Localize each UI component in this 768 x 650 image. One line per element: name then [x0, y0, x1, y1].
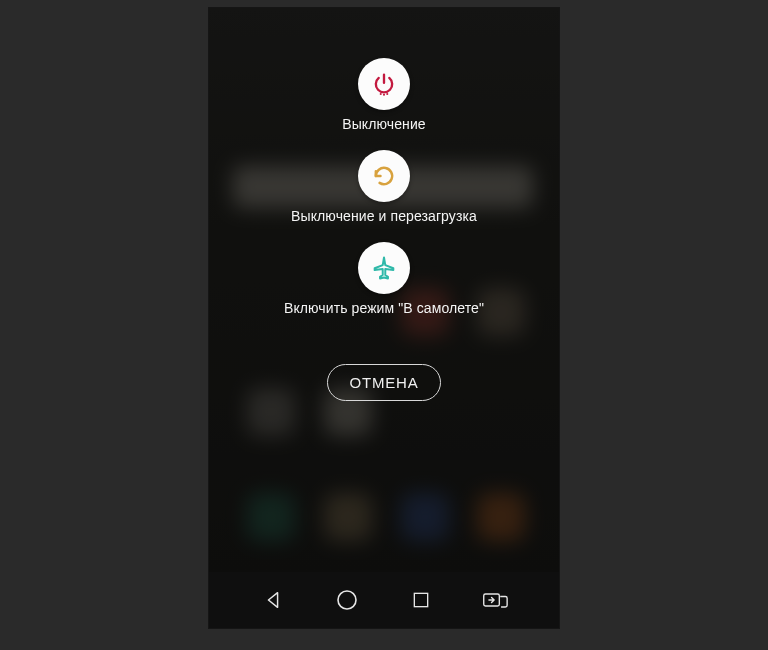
airplane-mode-label: Включить режим "В самолете": [284, 300, 484, 316]
nav-home-button[interactable]: [334, 587, 360, 613]
nav-back-button[interactable]: [260, 587, 286, 613]
svg-point-2: [386, 93, 388, 95]
back-icon: [262, 589, 284, 611]
svg-point-0: [380, 93, 382, 95]
power-off-option[interactable]: Выключение: [342, 58, 425, 132]
nav-recent-button[interactable]: [408, 587, 434, 613]
airplane-icon: [358, 242, 410, 294]
svg-point-1: [383, 94, 385, 96]
phone-screen: Выключение Выключение и перезагрузка: [209, 8, 559, 628]
power-off-label: Выключение: [342, 116, 425, 132]
power-menu-overlay: Выключение Выключение и перезагрузка: [209, 8, 559, 628]
page-background: Выключение Выключение и перезагрузка: [0, 0, 768, 650]
home-icon: [335, 588, 359, 612]
cancel-button[interactable]: ОТМЕНА: [327, 364, 442, 401]
power-menu-options: Выключение Выключение и перезагрузка: [209, 58, 559, 316]
svg-rect-4: [414, 593, 427, 606]
restart-label: Выключение и перезагрузка: [291, 208, 477, 224]
nav-dual-window-button[interactable]: [482, 587, 508, 613]
navigation-bar: [209, 572, 559, 628]
power-icon: [358, 58, 410, 110]
dual-window-icon: [482, 589, 508, 611]
recent-icon: [411, 590, 431, 610]
airplane-mode-option[interactable]: Включить режим "В самолете": [284, 242, 484, 316]
svg-point-3: [338, 591, 356, 609]
restart-icon: [358, 150, 410, 202]
restart-option[interactable]: Выключение и перезагрузка: [291, 150, 477, 224]
